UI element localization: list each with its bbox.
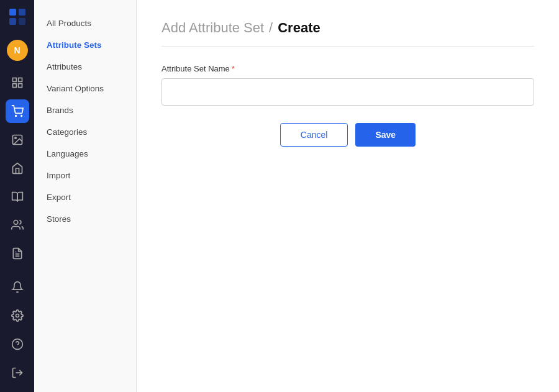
nav-icon-catalog[interactable] [6, 99, 29, 123]
svg-rect-5 [18, 78, 22, 81]
page-area: Add Attribute Set / Create Attribute Set… [137, 0, 559, 166]
main-content: Add Attribute Set / Create Attribute Set… [137, 0, 559, 392]
nav-icon-store[interactable] [6, 157, 29, 180]
svg-rect-7 [18, 84, 22, 88]
title-separator: / [269, 20, 273, 36]
nav-icon-users[interactable] [6, 214, 29, 237]
text-sidebar: All Products Attribute Sets Attributes V… [34, 0, 137, 392]
sidebar-item-variant-options[interactable]: Variant Options [34, 78, 136, 99]
svg-rect-3 [19, 18, 25, 25]
field-label: Attribute Set Name * [161, 64, 534, 73]
page-header: Add Attribute Set / Create [161, 20, 534, 36]
sidebar-item-all-products[interactable]: All Products [34, 12, 136, 34]
cancel-button[interactable]: Cancel [280, 123, 348, 147]
attribute-set-name-input[interactable] [161, 78, 534, 106]
save-button[interactable]: Save [355, 123, 416, 147]
sidebar-item-brands[interactable]: Brands [34, 99, 136, 121]
svg-point-8 [15, 115, 16, 116]
svg-point-9 [20, 115, 22, 116]
avatar[interactable]: N [7, 40, 28, 61]
nav-icon-reports[interactable] [6, 242, 29, 265]
sidebar-item-import[interactable]: Import [34, 165, 136, 186]
nav-icon-dashboard[interactable] [6, 71, 29, 94]
svg-rect-4 [12, 78, 16, 81]
svg-point-11 [14, 137, 16, 139]
sidebar-item-categories[interactable]: Categories [34, 121, 136, 143]
nav-icon-book[interactable] [6, 185, 29, 209]
nav-icon-notifications[interactable] [6, 275, 29, 299]
logo-icon [8, 7, 27, 29]
create-form: Attribute Set Name * Cancel Save [161, 64, 534, 147]
svg-point-12 [14, 221, 18, 225]
nav-icon-logout[interactable] [6, 361, 29, 385]
sidebar-item-export[interactable]: Export [34, 186, 136, 208]
svg-point-15 [16, 314, 19, 317]
form-actions: Cancel Save [161, 123, 534, 147]
svg-rect-2 [9, 18, 16, 25]
sidebar-item-attribute-sets[interactable]: Attribute Sets [34, 34, 136, 56]
sidebar-item-stores[interactable]: Stores [34, 208, 136, 230]
breadcrumb-title: Add Attribute Set [161, 20, 264, 36]
header-divider [161, 46, 534, 47]
nav-icon-help[interactable] [6, 332, 29, 356]
sidebar-item-attributes[interactable]: Attributes [34, 56, 136, 78]
svg-rect-6 [12, 84, 16, 88]
svg-rect-0 [9, 9, 16, 16]
icon-sidebar: N [0, 0, 34, 392]
page-action-title: Create [278, 20, 320, 36]
nav-icon-media[interactable] [6, 128, 29, 152]
nav-icon-settings[interactable] [6, 304, 29, 327]
required-star: * [232, 64, 235, 73]
sidebar-item-languages[interactable]: Languages [34, 143, 136, 165]
svg-rect-1 [19, 9, 25, 16]
